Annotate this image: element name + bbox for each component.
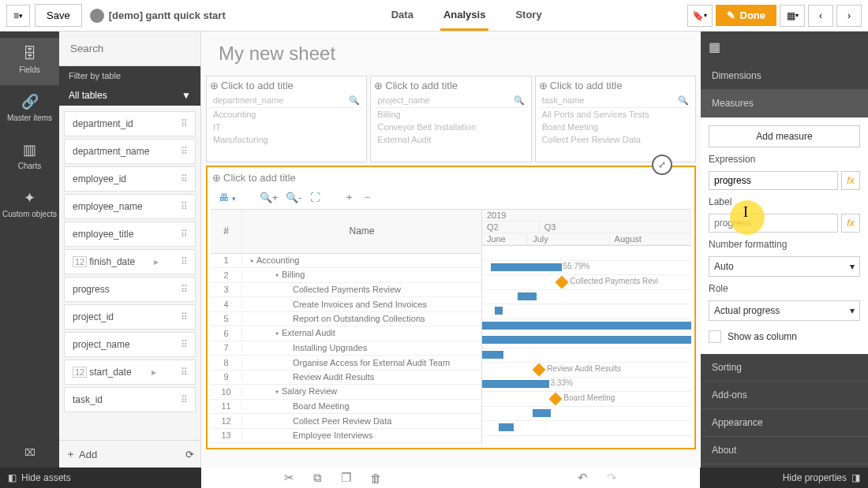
- expand-icon[interactable]: ＋: [344, 190, 354, 204]
- gantt-bar[interactable]: [499, 423, 514, 431]
- nav-custom-objects[interactable]: ✦ Custom objects: [0, 181, 59, 229]
- field-item[interactable]: progress⠿: [64, 277, 196, 302]
- search-input[interactable]: [65, 38, 194, 59]
- cut-icon[interactable]: ✂: [284, 471, 294, 485]
- collapse-icon[interactable]: －: [362, 190, 372, 204]
- nav-charts[interactable]: ▥ Charts: [0, 133, 59, 181]
- section-addons[interactable]: Add-ons: [701, 382, 868, 409]
- paste-icon[interactable]: ❐: [341, 471, 351, 485]
- gantt-row[interactable]: 6External Audit: [211, 326, 481, 341]
- undo-icon[interactable]: ↶: [578, 471, 588, 485]
- gantt-row[interactable]: 5Report on Outstanding Collections: [211, 312, 481, 327]
- gantt-row[interactable]: 2Billing: [211, 268, 481, 283]
- gantt-row[interactable]: 7Installing Upgrades: [211, 341, 481, 356]
- nav-variable[interactable]: ⌧: [15, 438, 45, 468]
- expression-input[interactable]: [709, 171, 838, 190]
- list-item[interactable]: Collect Peer Review Data: [539, 133, 692, 146]
- fit-icon[interactable]: ⛶: [310, 192, 320, 203]
- label-input[interactable]: [709, 214, 838, 233]
- card-title[interactable]: Click to add title: [221, 80, 294, 91]
- redo-icon[interactable]: ↷: [607, 471, 617, 485]
- tab-data[interactable]: Data: [388, 1, 417, 31]
- gantt-bar[interactable]: 3.33%: [482, 380, 549, 388]
- card-title[interactable]: Click to add title: [385, 80, 458, 91]
- gantt-bar[interactable]: [482, 351, 503, 359]
- gantt-bar[interactable]: [482, 322, 691, 330]
- copy-icon[interactable]: ⧉: [313, 471, 322, 485]
- milestone-diamond[interactable]: [549, 393, 563, 406]
- hide-properties-bar[interactable]: Hide properties ◨: [700, 468, 868, 488]
- add-field-bar[interactable]: ＋ Add ⟳: [59, 440, 200, 468]
- fx-label-button[interactable]: fx: [841, 214, 860, 233]
- add-measure-button[interactable]: Add measure: [709, 125, 860, 147]
- prev-sheet-button[interactable]: ‹: [808, 5, 833, 27]
- filter-card[interactable]: ⊕ Click to add titledepartment_name🔍Acco…: [206, 76, 367, 162]
- show-as-column-row[interactable]: Show as column: [709, 327, 860, 346]
- list-item[interactable]: External Audit: [374, 133, 527, 146]
- section-appearance[interactable]: Appearance: [701, 409, 868, 437]
- nav-master-items[interactable]: 🔗 Master items: [0, 85, 59, 133]
- sheet-title[interactable]: My new sheet: [201, 32, 701, 76]
- gantt-title-placeholder[interactable]: ⊕ Click to add title: [211, 170, 691, 185]
- card-title[interactable]: Click to add title: [550, 80, 623, 91]
- gantt-bar[interactable]: [518, 292, 537, 300]
- show-as-column-checkbox[interactable]: [709, 330, 721, 343]
- list-item[interactable]: All Ports and Services Tests: [539, 108, 692, 121]
- field-item[interactable]: task_id⠿: [64, 387, 196, 412]
- gantt-row[interactable]: 11Board Meeting: [211, 400, 481, 415]
- zoom-in-icon[interactable]: 🔍+: [260, 192, 279, 203]
- next-sheet-button[interactable]: ›: [836, 5, 862, 27]
- print-icon[interactable]: 🖶 ▾: [219, 192, 236, 203]
- list-item[interactable]: Manufacturing: [210, 133, 363, 146]
- tab-analysis[interactable]: Analysis: [440, 1, 488, 31]
- field-item[interactable]: employee_title⠿: [64, 222, 196, 247]
- gantt-card[interactable]: ⊕ Click to add title 🖶 ▾ 🔍+ 🔍- ⛶ ＋ － # N…: [206, 166, 696, 449]
- gantt-bar[interactable]: [495, 307, 503, 315]
- milestone-diamond[interactable]: [533, 363, 546, 377]
- gantt-row[interactable]: 12Collect Peer Review Data: [211, 414, 481, 429]
- list-item[interactable]: Board Meeting: [539, 121, 692, 133]
- section-about[interactable]: About: [701, 437, 868, 464]
- gantt-row[interactable]: 1Accounting: [211, 254, 481, 269]
- section-measures[interactable]: Measures: [701, 90, 868, 117]
- save-button[interactable]: Save: [35, 4, 82, 27]
- gantt-row[interactable]: 13Employee Interviews: [211, 429, 481, 444]
- refresh-icon[interactable]: ⟳: [185, 449, 194, 460]
- gantt-row[interactable]: 10Salary Review: [211, 385, 481, 400]
- zoom-out-icon[interactable]: 🔍-: [286, 192, 301, 203]
- field-item[interactable]: department_name⠿: [64, 139, 196, 164]
- section-dimensions[interactable]: Dimensions: [701, 62, 868, 90]
- gantt-row[interactable]: 4Create Invoices and Send Invoices: [211, 297, 481, 312]
- menu-button[interactable]: ≡ ▾: [6, 5, 30, 27]
- field-item[interactable]: project_name⠿: [64, 332, 196, 357]
- milestone-diamond[interactable]: [556, 276, 569, 289]
- field-item[interactable]: employee_id⠿: [64, 166, 196, 192]
- list-item[interactable]: IT: [210, 121, 363, 133]
- field-item[interactable]: department_id⠿: [64, 111, 196, 136]
- hide-assets-bar[interactable]: ◧ Hide assets: [0, 468, 201, 488]
- sheets-button[interactable]: ▦▾: [780, 5, 805, 27]
- field-item[interactable]: project_id⠿: [64, 304, 196, 330]
- gantt-row[interactable]: 9Review Audit Results: [211, 371, 481, 386]
- list-item[interactable]: Conveyor Belt Installation: [374, 121, 527, 133]
- number-formatting-select[interactable]: Auto ▾: [709, 256, 860, 277]
- field-item[interactable]: 12finish_date▸⠿: [64, 249, 196, 274]
- field-item[interactable]: 12start_date▸⠿: [64, 359, 196, 385]
- expand-viz-button[interactable]: ⤢: [652, 155, 672, 175]
- gantt-bar[interactable]: 55.79%: [491, 263, 562, 271]
- tab-story[interactable]: Story: [512, 1, 544, 31]
- field-item[interactable]: employee_name⠿: [64, 194, 196, 219]
- tables-dropdown[interactable]: All tables ▼: [59, 85, 200, 106]
- gantt-row[interactable]: 3Collected Payments Review: [211, 283, 481, 298]
- filter-card[interactable]: ⊕ Click to add titleproject_name🔍Billing…: [370, 76, 531, 162]
- gantt-bar[interactable]: [482, 336, 691, 344]
- filter-card[interactable]: ⊕ Click to add titletask_name🔍All Ports …: [535, 76, 696, 162]
- gantt-bar[interactable]: [533, 409, 552, 417]
- role-select[interactable]: Actual progress ▾: [709, 300, 860, 321]
- bookmark-button[interactable]: 🔖▾: [687, 5, 713, 27]
- done-button[interactable]: ✎ Done: [716, 5, 777, 26]
- delete-icon[interactable]: 🗑: [370, 471, 382, 485]
- section-sorting[interactable]: Sorting: [701, 354, 868, 382]
- gantt-row[interactable]: 8Organise Access for External Audit Team: [211, 356, 481, 371]
- fx-expression-button[interactable]: fx: [841, 171, 860, 190]
